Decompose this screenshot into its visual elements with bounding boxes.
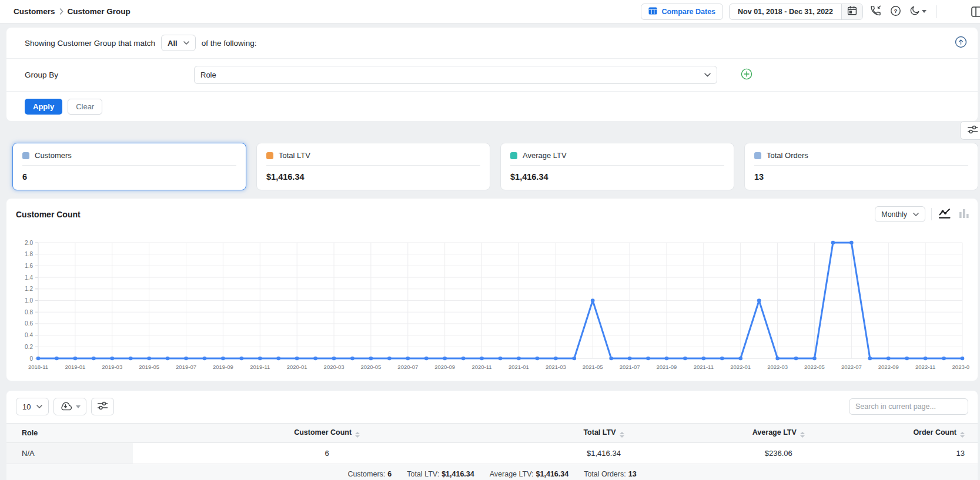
svg-text:2020-11: 2020-11 [471,364,491,370]
table-columns-settings-button[interactable] [91,398,114,415]
metric-value: 6 [22,172,236,182]
filter-showing-suffix: of the following: [202,39,257,48]
sort-icon [960,432,965,438]
plus-circle-icon [741,68,752,82]
column-header-average-ltv[interactable]: Average LTV [686,424,871,443]
cell-order-count: 13 [871,443,978,464]
date-picker-button[interactable] [841,4,862,19]
sort-icon [800,432,805,438]
cell-customer-count: 6 [133,443,521,464]
date-range-control: Nov 01, 2018 - Dec 31, 2022 [729,4,863,20]
svg-text:0.6: 0.6 [25,320,33,327]
svg-text:2020-01: 2020-01 [287,364,307,370]
collapse-filters-button[interactable] [955,36,967,50]
bar-chart-toggle[interactable] [959,209,969,220]
divider [22,165,236,166]
top-bar: Customers Customer Group Compare Dates N… [0,0,980,24]
svg-text:2022-07: 2022-07 [841,364,862,370]
svg-text:2023-01: 2023-01 [952,364,969,370]
total-average-ltv: Average LTV:$1,416.34 [490,470,568,478]
metric-card-total-orders[interactable]: Total Orders 13 [744,143,978,190]
clear-button[interactable]: Clear [68,99,102,115]
svg-text:2019-05: 2019-05 [139,364,159,370]
svg-text:2021-01: 2021-01 [509,364,529,370]
svg-text:2019-03: 2019-03 [102,364,122,370]
cards-settings-button[interactable] [960,121,980,140]
match-select[interactable]: All [161,35,196,51]
divider [510,165,724,166]
page-size-select[interactable]: 10 [16,398,49,415]
chart-title: Customer Count [16,210,81,219]
svg-text:2020-09: 2020-09 [434,364,455,370]
chevron-down-icon [76,405,81,408]
table-totals-row: Customers:6 Total LTV:$1,416.34 Average … [6,464,978,480]
svg-text:2022-01: 2022-01 [730,364,751,370]
metric-card-average-ltv[interactable]: Average LTV $1,416.34 [500,143,734,190]
panel-toggle-icon[interactable] [971,6,980,19]
metric-color-chip [510,152,517,159]
svg-text:2020-07: 2020-07 [397,364,418,370]
svg-text:2021-09: 2021-09 [657,364,677,370]
metric-value: $1,416.34 [266,172,480,182]
divider [936,5,936,18]
arrow-up-circle-icon [955,36,967,50]
table-row: N/A 6 $1,416.34 $236.06 13 [6,443,978,464]
interval-select[interactable]: Monthly [875,206,925,222]
export-button[interactable] [53,398,86,415]
svg-text:2.0: 2.0 [25,240,33,246]
chevron-down-icon [36,405,42,408]
svg-text:2020-03: 2020-03 [324,364,344,370]
svg-text:2021-05: 2021-05 [583,364,603,370]
svg-text:?: ? [894,8,897,14]
metric-card-total-ltv[interactable]: Total LTV $1,416.34 [256,143,490,190]
breadcrumb: Customers Customer Group [14,7,131,16]
phone-incoming-icon [870,5,882,18]
svg-text:1.4: 1.4 [25,274,33,281]
chevron-down-icon [704,73,711,77]
help-button[interactable]: ? [889,4,902,19]
svg-text:2022-03: 2022-03 [767,364,788,370]
column-header-order-count[interactable]: Order Count [871,424,978,443]
svg-text:2021-11: 2021-11 [694,364,714,370]
column-header-role: Role [6,424,133,443]
svg-text:2019-11: 2019-11 [250,364,270,370]
metric-label: Total Orders [767,151,808,160]
metric-label: Customers [35,151,72,160]
svg-text:2022-11: 2022-11 [915,364,935,370]
metric-card-customers[interactable]: Customers 6 [12,143,246,190]
add-filter-button[interactable] [741,68,752,82]
metric-color-chip [22,152,29,159]
column-header-customer-count[interactable]: Customer Count [133,424,521,443]
search-input[interactable] [849,398,968,415]
svg-text:2020-05: 2020-05 [360,364,381,370]
cloud-download-icon [59,401,72,412]
svg-text:2021-07: 2021-07 [620,364,640,370]
svg-text:0: 0 [29,355,33,362]
theme-toggle-button[interactable] [908,4,928,19]
line-chart-toggle[interactable] [939,208,951,220]
svg-text:1.2: 1.2 [25,286,33,292]
total-ltv: Total LTV:$1,416.34 [407,470,474,478]
svg-text:2022-05: 2022-05 [804,364,825,370]
metric-color-chip [754,152,761,159]
metric-color-chip [266,152,273,159]
calendar-icon [847,6,857,18]
divider [754,165,968,166]
group-by-select[interactable]: Role [194,66,717,84]
svg-text:2018-11: 2018-11 [28,364,48,370]
sort-icon [620,432,624,438]
svg-text:2022-09: 2022-09 [878,364,899,370]
compare-dates-button[interactable]: Compare Dates [641,4,723,20]
breadcrumb-current: Customer Group [68,7,131,16]
column-header-total-ltv[interactable]: Total LTV [521,424,687,443]
support-call-button[interactable] [869,4,883,19]
chart-panel: Customer Count Monthly 2018-1 [6,199,978,381]
apply-button[interactable]: Apply [25,99,62,115]
date-range-value[interactable]: Nov 01, 2018 - Dec 31, 2022 [730,4,841,19]
customer-count-chart: 2018-112019-012019-032019-052019-072019-… [16,228,969,375]
metric-label: Average LTV [523,151,567,160]
table-panel: 10 Role Customer Count Total LT [6,391,978,480]
line-chart-icon [939,208,951,220]
svg-text:2019-09: 2019-09 [213,364,233,370]
breadcrumb-parent[interactable]: Customers [14,7,55,16]
